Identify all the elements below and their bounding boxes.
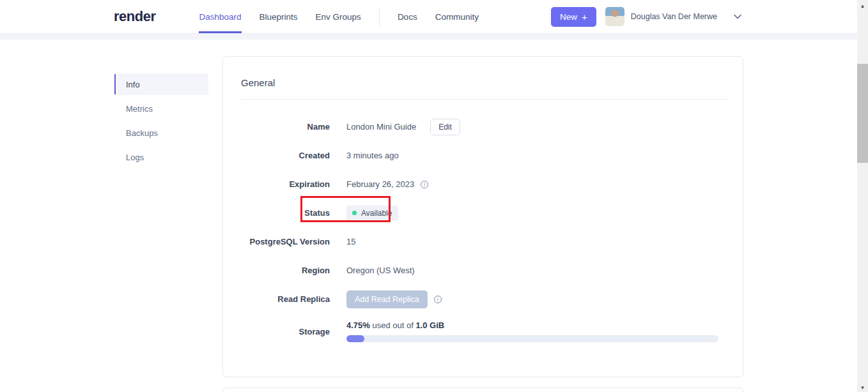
scrollbar-thumb[interactable] — [857, 64, 868, 163]
scroll-up-arrow-icon[interactable]: ▲ — [857, 1, 868, 10]
created-value: 3 minutes ago — [346, 151, 399, 160]
general-card: General Name London Mini Guide Edit Crea… — [222, 56, 743, 377]
next-card-top-edge — [222, 388, 743, 392]
status-row: Status Available — [241, 199, 717, 227]
plus-icon: + — [582, 12, 587, 22]
expiration-label: Expiration — [241, 179, 330, 189]
sidebar-item-logs[interactable]: Logs — [116, 146, 208, 168]
sidebar: Info Metrics Backups Logs — [116, 73, 208, 170]
status-label: Status — [241, 208, 330, 218]
avatar[interactable] — [605, 7, 624, 26]
header-strip — [0, 34, 868, 40]
info-icon[interactable]: i — [434, 296, 442, 303]
created-label: Created — [241, 151, 330, 160]
region-value: Oregon (US West) — [346, 266, 415, 275]
storage-label: Storage — [241, 327, 330, 336]
content-area: Info Metrics Backups Logs General Name L… — [116, 56, 743, 392]
name-row: Name London Mini Guide Edit — [241, 112, 717, 141]
storage-total: 1.0 GiB — [415, 320, 444, 330]
user-name[interactable]: Douglas Van Der Merwe — [631, 12, 717, 21]
region-row: Region Oregon (US West) — [241, 256, 717, 285]
storage-middle-text: used out of — [370, 320, 416, 330]
postgres-version-label: PostgreSQL Version — [241, 237, 330, 246]
postgres-version-value: 15 — [346, 237, 355, 246]
info-icon[interactable]: i — [421, 181, 428, 188]
read-replica-label: Read Replica — [241, 294, 330, 304]
new-button[interactable]: New + — [551, 7, 596, 27]
nav-blueprints[interactable]: Blueprints — [251, 0, 307, 33]
expiration-row: Expiration February 26, 2023 i — [241, 170, 717, 199]
edit-button[interactable]: Edit — [430, 119, 460, 135]
card-divider — [241, 99, 729, 100]
sidebar-item-backups[interactable]: Backups — [116, 122, 208, 144]
status-badge: Available — [346, 206, 398, 221]
storage-usage-text: 4.75% used out of 1.0 GiB — [346, 320, 718, 330]
sidebar-item-info[interactable]: Info — [116, 73, 208, 95]
region-label: Region — [241, 266, 330, 275]
vertical-scrollbar[interactable]: ▲ ▼ — [857, 0, 868, 392]
new-button-label: New — [560, 12, 577, 22]
name-label: Name — [241, 122, 330, 132]
scroll-down-arrow-icon[interactable]: ▼ — [857, 383, 868, 392]
postgres-version-row: PostgreSQL Version 15 — [241, 227, 717, 256]
nav-divider — [379, 8, 380, 26]
created-row: Created 3 minutes ago — [241, 141, 717, 170]
render-logo[interactable]: render — [114, 8, 155, 25]
nav-community[interactable]: Community — [426, 0, 488, 33]
status-badge-label: Available — [361, 209, 392, 218]
expiration-value: February 26, 2023 — [346, 179, 414, 189]
nav-env-groups[interactable]: Env Groups — [307, 0, 370, 33]
nav-dashboard[interactable]: Dashboard — [190, 0, 250, 33]
status-dot-icon — [352, 211, 357, 215]
main-nav: Dashboard Blueprints Env Groups Docs Com… — [190, 0, 487, 33]
add-read-replica-button[interactable]: Add Read Replica — [346, 290, 428, 308]
storage-progress-track — [346, 335, 718, 342]
card-title: General — [241, 77, 717, 88]
nav-docs[interactable]: Docs — [389, 0, 426, 33]
storage-row: Storage 4.75% used out of 1.0 GiB — [241, 313, 717, 349]
chevron-down-icon[interactable] — [734, 14, 741, 19]
read-replica-row: Read Replica Add Read Replica i — [241, 285, 717, 313]
top-navbar: render Dashboard Blueprints Env Groups D… — [0, 0, 868, 34]
storage-progress-fill — [346, 335, 364, 342]
name-value: London Mini Guide — [346, 122, 416, 132]
sidebar-item-metrics[interactable]: Metrics — [116, 98, 208, 119]
storage-used-percent: 4.75% — [346, 320, 370, 330]
